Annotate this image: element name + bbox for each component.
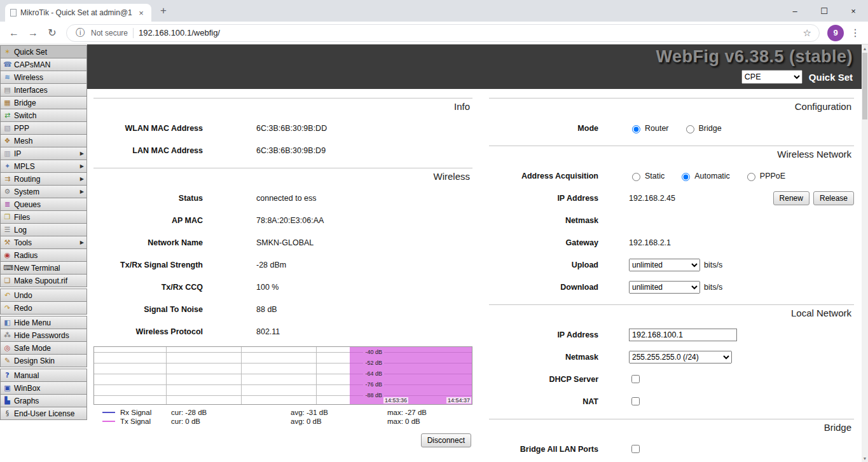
sidebar-item-hide-passwords[interactable]: ⁂Hide Passwords <box>0 329 87 342</box>
right-column: Configuration Mode Router Bridge Wireles… <box>489 92 854 462</box>
sidebar-item-mesh[interactable]: ❖Mesh <box>0 134 87 147</box>
signal-strength-row: Tx/Rx Signal Strength -28 dBm <box>93 254 472 276</box>
sidebar-item-undo[interactable]: ↶Undo <box>0 289 87 302</box>
mode-router-option[interactable]: Router <box>629 123 669 133</box>
sidebar-item-routing[interactable]: ⇉Routing▶ <box>0 172 87 186</box>
url-text[interactable]: 192.168.100.1/webfig/ <box>139 28 798 37</box>
ap-mac-value: 78:8A:20:E3:06:AA <box>256 216 324 225</box>
sidebar-item-redo[interactable]: ↷Redo <box>0 301 87 315</box>
wan-ip-row: IP Address 192.168.2.45 Renew Release <box>489 187 854 209</box>
scroll-up-icon[interactable]: ▲ <box>863 44 867 52</box>
safe-mode-icon: ◎ <box>3 344 11 352</box>
y-axis-label: -52 dB <box>363 360 384 367</box>
sidebar-item-queues[interactable]: ≣Queues <box>0 198 87 211</box>
back-icon[interactable]: ← <box>5 24 23 42</box>
sidebar-item-design-skin[interactable]: ✎Design Skin <box>0 354 87 367</box>
sidebar-item-ppp[interactable]: ▧PPP <box>0 121 87 135</box>
status-row: Status connected to ess <box>93 187 472 209</box>
renew-button[interactable]: Renew <box>773 191 809 205</box>
acquisition-static-option[interactable]: Static <box>629 171 665 181</box>
sidebar-item-wireless[interactable]: ≋Wireless <box>0 71 87 84</box>
sidebar-item-graphs[interactable]: ▙Graphs <box>0 394 87 407</box>
browser-menu-icon[interactable]: ⋮ <box>848 27 863 39</box>
tab-strip: MikroTik - Quick Set at admin@1 × + – ☐ … <box>0 0 868 22</box>
acquisition-pppoe-option[interactable]: PPPoE <box>744 171 785 181</box>
new-tab-button[interactable]: + <box>155 3 172 19</box>
download-row: Download unlimited bits/s <box>489 276 854 298</box>
sidebar-item-ip[interactable]: ▥IP▶ <box>0 147 87 160</box>
bookmark-star-icon[interactable]: ☆ <box>803 27 811 39</box>
local-netmask-row: Netmask 255.255.255.0 (/24) <box>489 346 854 368</box>
terminal-icon: ⌨ <box>3 264 11 272</box>
sidebar-item-capsman[interactable]: ☎CAPsMAN <box>0 58 87 71</box>
wlan-mac-value: 6C:3B:6B:30:9B:DD <box>256 124 327 133</box>
quickset-mode-select[interactable]: CPE <box>741 70 803 84</box>
address-bar[interactable]: ⓘ Not secure 192.168.100.1/webfig/ ☆ <box>66 24 820 42</box>
sidebar-item-mpls[interactable]: ✦MPLS▶ <box>0 160 87 173</box>
minimize-button[interactable]: – <box>780 0 809 22</box>
sidebar-item-log[interactable]: ☰Log <box>0 223 87 236</box>
submenu-arrow-icon: ▶ <box>80 189 84 194</box>
acquisition-automatic-radio[interactable] <box>682 173 690 181</box>
maximize-button[interactable]: ☐ <box>809 0 839 22</box>
disconnect-button[interactable]: Disconnect <box>421 433 471 447</box>
sidebar-item-quick-set[interactable]: ✶Quick Set <box>0 45 87 58</box>
sidebar-item-end-user-license[interactable]: §End-User License <box>0 407 87 420</box>
sidebar-item-safe-mode[interactable]: ◎Safe Mode <box>0 341 87 355</box>
info-icon[interactable]: ⓘ <box>74 27 86 39</box>
page-scrollbar[interactable]: ▲ ▼ <box>862 44 868 462</box>
upload-select[interactable]: unlimited <box>629 259 700 271</box>
sidebar-item-interfaces[interactable]: ▤Interfaces <box>0 83 87 97</box>
section-title-configuration: Configuration <box>489 98 854 117</box>
wan-ip-value: 192.168.2.45 <box>629 194 675 203</box>
sidebar-item-switch[interactable]: ⇄Switch <box>0 109 87 122</box>
reload-icon[interactable]: ↻ <box>43 24 61 42</box>
download-select[interactable]: unlimited <box>629 281 700 294</box>
sidebar-item-files[interactable]: ❐Files <box>0 210 87 224</box>
sidebar-item-new-terminal[interactable]: ⌨New Terminal <box>0 261 87 275</box>
browser-tab[interactable]: MikroTik - Quick Set at admin@1 × <box>5 4 151 22</box>
sidebar-item-manual[interactable]: ?Manual <box>0 369 87 382</box>
local-ip-input[interactable] <box>629 329 737 341</box>
capsman-icon: ☎ <box>3 60 11 69</box>
chart-time-start: 14:53:36 <box>383 397 408 404</box>
license-icon: § <box>3 409 11 418</box>
scroll-down-icon[interactable]: ▼ <box>863 454 867 462</box>
sidebar-item-winbox[interactable]: ▣WinBox <box>0 381 87 395</box>
files-icon: ❐ <box>3 213 11 221</box>
forward-icon[interactable]: → <box>24 24 42 42</box>
radius-icon: ◉ <box>3 251 11 259</box>
submenu-arrow-icon: ▶ <box>80 151 84 156</box>
mode-bridge-radio[interactable] <box>686 125 694 133</box>
quick-set-icon: ✶ <box>3 48 11 56</box>
sidebar-item-make-supout[interactable]: ❏Make Supout.rif <box>0 274 87 287</box>
tab-close-icon[interactable]: × <box>136 8 146 18</box>
sidebar-item-hide-menu[interactable]: ◧Hide Menu <box>0 316 87 329</box>
local-netmask-select[interactable]: 255.255.255.0 (/24) <box>629 351 732 363</box>
acquisition-automatic-option[interactable]: Automatic <box>679 171 730 181</box>
scrollbar-thumb[interactable] <box>862 53 867 119</box>
signal-to-noise-row: Signal To Noise 88 dB <box>93 298 472 320</box>
mode-bridge-option[interactable]: Bridge <box>683 123 722 133</box>
acquisition-pppoe-radio[interactable] <box>747 173 755 181</box>
sidebar-item-tools[interactable]: ⚒Tools▶ <box>0 236 87 249</box>
bridge-all-lan-ports-checkbox[interactable] <box>631 445 640 453</box>
sidebar-item-radius[interactable]: ◉Radius <box>0 248 87 262</box>
sidebar-item-bridge[interactable]: ▦Bridge <box>0 96 87 109</box>
sidebar-item-system[interactable]: ⚙System▶ <box>0 185 87 198</box>
dhcp-server-checkbox[interactable] <box>631 375 640 383</box>
release-button[interactable]: Release <box>813 191 854 205</box>
mode-row: Mode Router Bridge <box>489 117 854 139</box>
winbox-icon: ▣ <box>3 384 11 392</box>
close-button[interactable]: × <box>839 0 868 22</box>
legend-row-tx: Tx Signal cur: 0 dB avg: 0 dB max: 0 dB <box>93 417 472 426</box>
page-favicon-icon <box>10 9 17 17</box>
ccq-value: 100 % <box>256 283 279 292</box>
upload-unit: bits/s <box>704 261 722 269</box>
mode-router-radio[interactable] <box>632 125 640 133</box>
acquisition-static-radio[interactable] <box>632 173 640 181</box>
profile-avatar[interactable]: 9 <box>827 25 844 41</box>
rx-signal-line-swatch <box>102 412 115 413</box>
ppp-icon: ▧ <box>3 124 11 132</box>
nat-checkbox[interactable] <box>631 397 640 405</box>
